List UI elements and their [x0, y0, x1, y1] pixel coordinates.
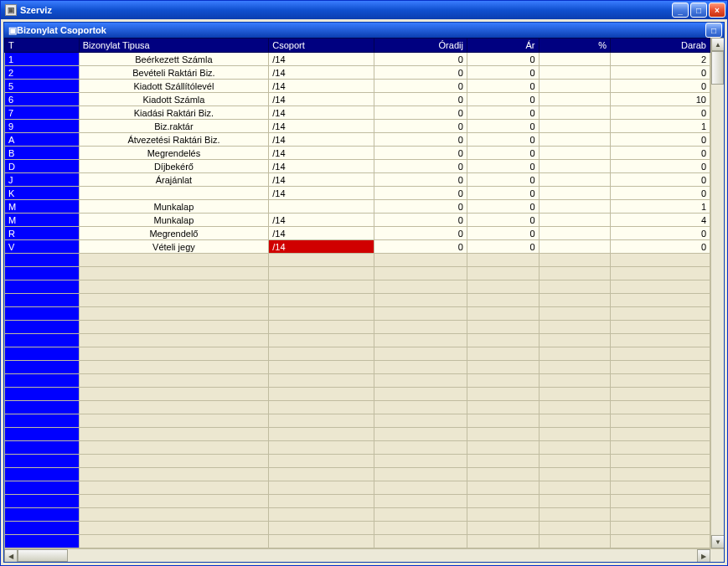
scroll-down-arrow[interactable]: ▼	[711, 535, 724, 548]
cell-empty[interactable]	[269, 522, 374, 535]
vscroll-thumb[interactable]	[711, 51, 724, 85]
cell-empty[interactable]	[269, 401, 374, 414]
table-row-empty[interactable]	[5, 334, 710, 347]
cell-empty[interactable]	[611, 361, 710, 374]
cell-empty[interactable]	[611, 307, 710, 321]
cell-csoport[interactable]: /14	[269, 214, 374, 227]
cell-oradij[interactable]: 0	[374, 214, 467, 227]
table-row[interactable]: MMunkalap001	[5, 200, 710, 214]
hscroll-track[interactable]	[18, 549, 697, 562]
cell-csoport[interactable]: /14	[269, 147, 374, 160]
cell-empty[interactable]	[269, 414, 374, 428]
cell-empty[interactable]	[467, 294, 539, 307]
cell-empty[interactable]	[611, 388, 710, 401]
cell-ar[interactable]: 0	[467, 133, 539, 147]
cell-empty[interactable]	[374, 441, 467, 455]
cell-empty[interactable]	[467, 374, 539, 388]
table-row-empty[interactable]	[5, 414, 710, 428]
cell-empty[interactable]	[611, 414, 710, 428]
table-row-empty[interactable]	[5, 254, 710, 267]
cell-darab[interactable]: 0	[611, 173, 710, 187]
cell-tipus[interactable]: Megrendelő	[79, 227, 269, 240]
cell-empty[interactable]	[374, 307, 467, 321]
cell-szazalek[interactable]	[539, 106, 611, 120]
cell-empty[interactable]	[374, 294, 467, 307]
cell-empty[interactable]	[5, 441, 80, 455]
cell-szazalek[interactable]	[539, 66, 611, 80]
col-header-szazalek[interactable]: %	[539, 39, 611, 53]
cell-tipus[interactable]: Megrendelés	[79, 147, 269, 160]
cell-darab[interactable]: 10	[611, 93, 710, 106]
cell-szazalek[interactable]	[539, 53, 611, 66]
cell-empty[interactable]	[467, 522, 539, 535]
cell-empty[interactable]	[269, 361, 374, 374]
table-row-empty[interactable]	[5, 280, 710, 294]
cell-tipus[interactable]: Bevételi Raktári Biz.	[79, 66, 269, 80]
outer-maximize-button[interactable]: □	[690, 3, 707, 18]
cell-empty[interactable]	[611, 294, 710, 307]
cell-ar[interactable]: 0	[467, 80, 539, 93]
cell-darab[interactable]: 0	[611, 147, 710, 160]
cell-darab[interactable]: 1	[611, 120, 710, 133]
cell-empty[interactable]	[374, 267, 467, 280]
cell-szazalek[interactable]	[539, 147, 611, 160]
cell-empty[interactable]	[539, 508, 611, 522]
hscroll-thumb[interactable]	[18, 549, 68, 562]
cell-empty[interactable]	[269, 307, 374, 321]
outer-close-button[interactable]: ×	[709, 3, 725, 18]
cell-t[interactable]: 1	[5, 53, 80, 66]
cell-t[interactable]: 9	[5, 120, 80, 133]
cell-empty[interactable]	[269, 294, 374, 307]
cell-t[interactable]: 5	[5, 80, 80, 93]
cell-empty[interactable]	[374, 522, 467, 535]
cell-empty[interactable]	[79, 254, 269, 267]
table-row-empty[interactable]	[5, 495, 710, 508]
cell-csoport[interactable]: /14	[269, 240, 374, 254]
cell-empty[interactable]	[467, 441, 539, 455]
outer-minimize-button[interactable]: _	[672, 3, 689, 18]
cell-darab[interactable]: 0	[611, 80, 710, 93]
cell-szazalek[interactable]	[539, 240, 611, 254]
cell-empty[interactable]	[5, 374, 80, 388]
cell-empty[interactable]	[611, 455, 710, 468]
col-header-ar[interactable]: Ár	[467, 39, 539, 53]
table-row-empty[interactable]	[5, 307, 710, 321]
cell-empty[interactable]	[539, 361, 611, 374]
cell-empty[interactable]	[269, 428, 374, 441]
cell-empty[interactable]	[5, 414, 80, 428]
cell-empty[interactable]	[79, 280, 269, 294]
cell-empty[interactable]	[611, 481, 710, 495]
cell-empty[interactable]	[539, 347, 611, 361]
cell-empty[interactable]	[5, 508, 80, 522]
cell-darab[interactable]: 0	[611, 160, 710, 173]
cell-empty[interactable]	[539, 535, 611, 548]
cell-empty[interactable]	[539, 374, 611, 388]
cell-empty[interactable]	[467, 455, 539, 468]
cell-empty[interactable]	[467, 414, 539, 428]
cell-empty[interactable]	[5, 428, 80, 441]
cell-szazalek[interactable]	[539, 120, 611, 133]
cell-empty[interactable]	[5, 254, 80, 267]
cell-oradij[interactable]: 0	[374, 187, 467, 200]
cell-t[interactable]: R	[5, 227, 80, 240]
cell-empty[interactable]	[467, 334, 539, 347]
cell-csoport[interactable]	[269, 200, 374, 214]
cell-empty[interactable]	[5, 495, 80, 508]
cell-empty[interactable]	[269, 535, 374, 548]
table-row-empty[interactable]	[5, 374, 710, 388]
table-row[interactable]: 5Kiadott Szállítólevél/14000	[5, 80, 710, 93]
table-row[interactable]: 6Kiadott Számla/140010	[5, 93, 710, 106]
col-header-t[interactable]: T	[5, 39, 80, 53]
cell-darab[interactable]: 1	[611, 200, 710, 214]
table-row-empty[interactable]	[5, 455, 710, 468]
inner-titlebar[interactable]: ▣ Bizonylat Csoportok _ □ ×	[4, 23, 724, 38]
table-row-empty[interactable]	[5, 481, 710, 495]
cell-empty[interactable]	[611, 441, 710, 455]
cell-empty[interactable]	[374, 535, 467, 548]
cell-t[interactable]: V	[5, 240, 80, 254]
cell-empty[interactable]	[79, 414, 269, 428]
cell-empty[interactable]	[374, 374, 467, 388]
cell-oradij[interactable]: 0	[374, 147, 467, 160]
cell-empty[interactable]	[467, 428, 539, 441]
cell-szazalek[interactable]	[539, 133, 611, 147]
